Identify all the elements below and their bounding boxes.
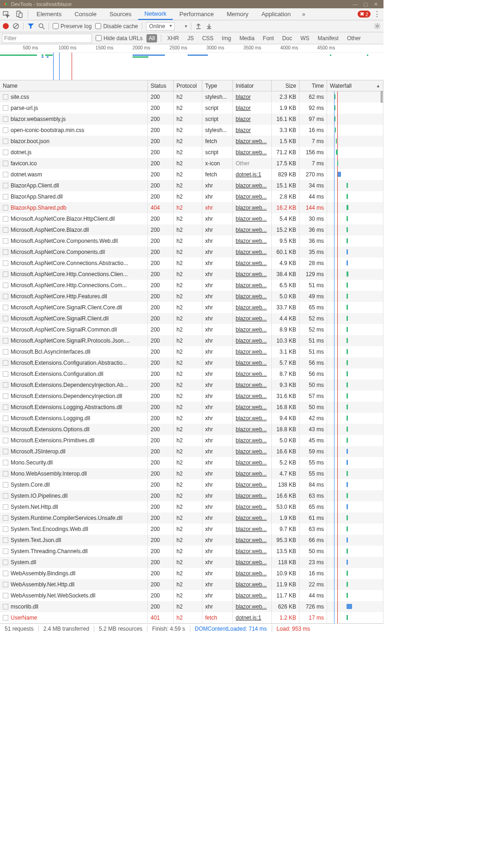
initiator-link[interactable]: blazor.web...	[236, 338, 267, 344]
tabs-overflow-icon[interactable]: »	[297, 8, 310, 20]
initiator-link[interactable]: blazor.web...	[236, 537, 267, 543]
table-row[interactable]: System.Runtime.CompilerServices.Unsafe.d…	[0, 512, 383, 524]
initiator-link[interactable]: blazor.web...	[236, 315, 267, 322]
table-row[interactable]: Microsoft.AspNetCore.Connections.Abstrac…	[0, 258, 383, 269]
settings-icon[interactable]	[374, 23, 381, 30]
table-row[interactable]: BlazorApp.Shared.dll200h2xhrblazor.web..…	[0, 191, 383, 202]
initiator-link[interactable]: blazor.web...	[236, 193, 267, 200]
table-row[interactable]: Microsoft.AspNetCore.Blazor.HttpClient.d…	[0, 213, 383, 224]
table-row[interactable]: WebAssembly.Net.Http.dll200h2xhrblazor.w…	[0, 579, 383, 590]
table-row[interactable]: Microsoft.Extensions.Primitives.dll200h2…	[0, 435, 383, 446]
initiator-link[interactable]: dotnet.js:1	[236, 171, 261, 178]
table-row[interactable]: dotnet.wasm200h2fetchdotnet.js:1829 KB27…	[0, 169, 383, 180]
tab-console[interactable]: Console	[68, 8, 103, 20]
initiator-link[interactable]: blazor.web...	[236, 493, 267, 499]
tab-memory[interactable]: Memory	[220, 8, 255, 20]
initiator-link[interactable]: blazor.web...	[236, 216, 267, 222]
initiator-link[interactable]: blazor.web...	[236, 360, 267, 366]
table-row[interactable]: Microsoft.AspNetCore.Http.Connections.Cl…	[0, 269, 383, 280]
initiator-link[interactable]: blazor.web...	[236, 515, 267, 521]
table-row[interactable]: mscorlib.dll200h2xhrblazor.web...626 KB7…	[0, 601, 383, 612]
initiator-link[interactable]: blazor.web...	[236, 326, 267, 333]
search-icon[interactable]	[38, 23, 45, 30]
initiator-link[interactable]: blazor.web...	[236, 182, 267, 189]
table-row[interactable]: Microsoft.AspNetCore.SignalR.Client.Core…	[0, 302, 383, 313]
window-minimize[interactable]: —	[350, 1, 360, 7]
table-row[interactable]: System.Net.Http.dll200h2xhrblazor.web...…	[0, 501, 383, 512]
hide-data-urls-checkbox[interactable]: Hide data URLs	[96, 35, 143, 42]
clear-button[interactable]	[12, 23, 19, 30]
initiator-link[interactable]: blazor.web...	[236, 448, 267, 455]
initiator-link[interactable]: blazor.web...	[236, 459, 267, 466]
initiator-link[interactable]: blazor.web...	[236, 138, 267, 145]
import-har-icon[interactable]	[195, 23, 202, 30]
initiator-link[interactable]: blazor.web...	[236, 415, 267, 422]
table-row[interactable]: Microsoft.Extensions.Logging.Abstraction…	[0, 402, 383, 413]
table-row[interactable]: open-iconic-bootstrap.min.css200h2styles…	[0, 125, 383, 136]
initiator-link[interactable]: blazor.web...	[236, 349, 267, 355]
table-row[interactable]: System.dll200h2xhrblazor.web...118 KB23 …	[0, 557, 383, 568]
table-row[interactable]: UserName401h2fetchdotnet.js:11.2 KB17 ms	[0, 612, 383, 623]
column-type[interactable]: Type	[202, 80, 233, 91]
filter-toggle-icon[interactable]	[27, 23, 34, 30]
table-row[interactable]: Microsoft.JSInterop.dll200h2xhrblazor.we…	[0, 446, 383, 457]
table-row[interactable]: blazor.webassembly.js200h2scriptblazor16…	[0, 114, 383, 125]
table-row[interactable]: Microsoft.AspNetCore.SignalR.Client.dll2…	[0, 313, 383, 324]
table-row[interactable]: Microsoft.Extensions.Logging.dll200h2xhr…	[0, 413, 383, 424]
initiator-link[interactable]: blazor.web...	[236, 504, 267, 510]
table-row[interactable]: site.css200h2stylesh...blazor2.3 KB62 ms	[0, 91, 383, 102]
column-time[interactable]: Time	[299, 80, 327, 91]
filter-type-font[interactable]: Font	[261, 34, 276, 42]
tab-elements[interactable]: Elements	[30, 8, 68, 20]
window-close[interactable]: ✕	[371, 1, 381, 7]
table-row[interactable]: WebAssembly.Net.WebSockets.dll200h2xhrbl…	[0, 590, 383, 601]
table-row[interactable]: Microsoft.AspNetCore.Http.Features.dll20…	[0, 291, 383, 302]
filter-type-img[interactable]: Img	[219, 34, 233, 42]
record-button[interactable]	[3, 23, 9, 29]
initiator-link[interactable]: blazor.web...	[236, 393, 267, 399]
filter-type-css[interactable]: CSS	[200, 34, 216, 42]
filter-type-doc[interactable]: Doc	[280, 34, 294, 42]
table-row[interactable]: WebAssembly.Bindings.dll200h2xhrblazor.w…	[0, 568, 383, 579]
table-row[interactable]: Microsoft.Bcl.AsyncInterfaces.dll200h2xh…	[0, 346, 383, 357]
initiator-link[interactable]: dotnet.js:1	[236, 615, 261, 621]
table-row[interactable]: Mono.WebAssembly.Interop.dll200h2xhrblaz…	[0, 468, 383, 479]
filter-type-js[interactable]: JS	[185, 34, 196, 42]
initiator-link[interactable]: blazor.web...	[236, 371, 267, 377]
initiator-link[interactable]: blazor.web...	[236, 426, 267, 433]
tab-sources[interactable]: Sources	[103, 8, 138, 20]
initiator-link[interactable]: blazor.web...	[236, 603, 267, 610]
initiator-link[interactable]: blazor.web...	[236, 559, 267, 566]
initiator-link[interactable]: blazor.web...	[236, 592, 267, 599]
column-waterfall[interactable]: Waterfall▲	[327, 80, 383, 91]
table-row[interactable]: System.Text.Json.dll200h2xhrblazor.web..…	[0, 535, 383, 546]
table-row[interactable]: Microsoft.AspNetCore.Components.dll200h2…	[0, 247, 383, 258]
inspect-element-icon[interactable]	[0, 8, 13, 20]
table-row[interactable]: Microsoft.Extensions.DependencyInjection…	[0, 391, 383, 402]
window-maximize[interactable]: ▢	[360, 1, 371, 7]
filter-type-xhr[interactable]: XHR	[165, 34, 181, 42]
table-row[interactable]: Microsoft.AspNetCore.SignalR.Common.dll2…	[0, 324, 383, 335]
initiator-link[interactable]: blazor.web...	[236, 581, 267, 588]
export-har-icon[interactable]	[206, 23, 213, 30]
tab-performance[interactable]: Performance	[173, 8, 220, 20]
filter-type-manifest[interactable]: Manifest	[316, 34, 341, 42]
initiator-link[interactable]: blazor.web...	[236, 227, 267, 233]
table-row[interactable]: BlazorApp.Client.dll200h2xhrblazor.web..…	[0, 180, 383, 191]
filter-type-other[interactable]: Other	[345, 34, 363, 42]
table-row[interactable]: System.IO.Pipelines.dll200h2xhrblazor.we…	[0, 490, 383, 501]
initiator-link[interactable]: blazor.web...	[236, 205, 267, 211]
filter-type-media[interactable]: Media	[237, 34, 257, 42]
initiator-link[interactable]: blazor.web...	[236, 470, 267, 477]
table-row[interactable]: parse-url.js200h2scriptblazor1.9 KB92 ms	[0, 102, 383, 114]
initiator-link[interactable]: blazor.web...	[236, 382, 267, 388]
initiator-link[interactable]: blazor.web...	[236, 238, 267, 244]
error-count-badge[interactable]: ✖2	[358, 11, 371, 18]
table-row[interactable]: Mono.Security.dll200h2xhrblazor.web...5.…	[0, 457, 383, 468]
initiator-link[interactable]: blazor.web...	[236, 282, 267, 289]
initiator-link[interactable]: blazor.web...	[236, 437, 267, 444]
timeline-overview[interactable]: 500 ms1000 ms1500 ms2000 ms2500 ms3000 m…	[0, 44, 383, 80]
initiator-link[interactable]: blazor	[236, 127, 251, 133]
table-row[interactable]: Microsoft.AspNetCore.SignalR.Protocols.J…	[0, 335, 383, 346]
initiator-link[interactable]: blazor.web...	[236, 570, 267, 577]
